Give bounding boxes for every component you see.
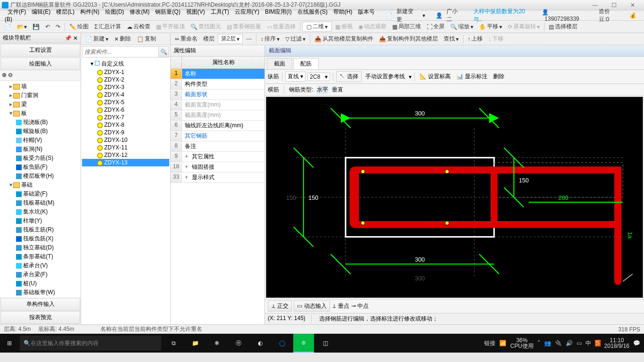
menu-item[interactable]: BIM应用(I) [265,8,292,15]
section-tab[interactable]: 截面 [267,58,292,69]
tree-item[interactable]: ▾ 板 [1,109,80,118]
nav-tool-1[interactable]: ⊕ [2,72,7,78]
comp-item[interactable]: ZDYX-1 [82,68,169,76]
phone-label[interactable]: 👤 13907298339 [542,9,589,22]
tree-item[interactable]: 筏板基础(M) [1,198,80,207]
nav-tree[interactable]: ▸ 墙▸ 门窗洞▸ 梁▾ 板 现浇板(B) 螺旋板(B) 柱帽(V) 板洞(N)… [0,81,81,297]
task-view-icon[interactable]: ⧉ [163,334,184,353]
section-canvas[interactable]: 300 [266,97,643,298]
menu-item[interactable]: 在线服务(S) [297,8,328,15]
menu-item[interactable]: 钢筋量(Q) [155,8,180,15]
prop-row[interactable]: 9+ 其它属性 [171,152,264,162]
tree-item[interactable]: 柱帽(V) [1,136,80,145]
component-tree[interactable]: ▾ 自定义线ZDYX-1ZDYX-2ZDYX-3ZDYX-4ZDYX-5ZDYX… [81,58,170,324]
find-graph-button[interactable]: 🔍 查找图元 [188,22,223,32]
line-type-select[interactable]: 直线 ▾ [285,72,305,82]
tree-item[interactable]: 桩(U) [1,279,80,288]
fullscreen-button[interactable]: ⛶ 全屏 [424,22,447,32]
copy-to-button[interactable]: 📤复制构件到其他楼层 [377,34,440,44]
view-steel-button[interactable]: ▤ 查看钢筋量 [224,22,264,32]
manual-ref-button[interactable]: 手动设置参考线 [363,72,407,82]
pan-button[interactable]: ✋ 平移 ▾ [477,22,504,32]
prop-row[interactable]: 18+ 锚固搭接 [171,162,264,173]
comp-item[interactable]: ZDYX-13 [82,159,169,166]
menu-item[interactable]: 帮助(H) [333,8,353,15]
tray-link[interactable]: 链接 [484,339,495,347]
open-icon[interactable]: 📂▾ [15,23,29,31]
tray-signal-icon[interactable]: 📶 [499,340,506,346]
tree-item[interactable]: ▾ 基础 [1,181,80,189]
tree-item[interactable]: 板负筋(F) [1,163,80,172]
vt-button[interactable]: 垂直 [332,86,343,94]
show-annot-button[interactable]: 📊 显示标注 [454,72,489,82]
new-comp-button[interactable]: 📄新建 ▾ [83,34,111,44]
delete-rebar-button[interactable]: 删除 [491,72,506,82]
tree-item[interactable]: 条形基础(T) [1,252,80,261]
task-edge-icon[interactable]: ⓔ [228,334,249,353]
dynview-button[interactable]: ◉ 动态观察 [356,22,389,32]
menu-item[interactable]: 工具(T) [211,8,229,15]
menu-item[interactable]: 构件(N) [80,8,99,15]
tree-item[interactable]: 柱墩(Y) [1,216,80,225]
copy-comp-button[interactable]: 📋复制 [134,34,158,44]
prop-row[interactable]: 4截面宽度(mm) [171,100,264,110]
comp-root[interactable]: ▾ 自定义线 [82,59,169,68]
task-app5-icon[interactable]: ◫ [315,334,336,353]
tree-item[interactable]: 筏板负筋(X) [1,234,80,243]
task-app2-icon[interactable]: ◐ [250,334,271,353]
redo-icon[interactable]: ↷ [53,23,63,31]
zoom-button[interactable]: 🔍 缩放 ▾ [448,22,476,32]
cloud-check-button[interactable]: ☁ 云检查 [124,22,153,32]
tree-item[interactable]: 桩承台(V) [1,261,80,270]
tree-item[interactable]: ▸ 门窗洞 [1,91,80,100]
tree-item[interactable]: 独立基础(D) [1,243,80,252]
sumcalc-button[interactable]: Σ 汇总计算 [92,22,124,32]
task-app4-icon[interactable]: ⊕ [293,334,314,353]
menu-item[interactable]: 修改(M) [130,8,149,15]
prop-row[interactable]: 5截面高度(mm) [171,110,264,121]
select-button[interactable]: ↖ 选择 [336,71,361,82]
start-button[interactable]: ⊞ [0,334,19,353]
nav-tool-2[interactable]: ⊖ [8,72,13,78]
tray-people-icon[interactable]: 👥 [544,340,551,346]
copy-from-button[interactable]: 📥从其他楼层复制构件 [312,34,376,44]
tree-item[interactable]: ▸ 梁 [1,100,80,109]
menu-item[interactable]: 文件(F) [8,8,26,15]
mid-button[interactable]: ⊸ 中点 [351,302,369,310]
section-tab[interactable]: 配筋 [293,58,319,69]
tree-item[interactable]: 集水坑(K) [1,207,80,216]
comp-item[interactable]: ZDYX-2 [82,76,169,83]
tray-ime2-icon[interactable]: 中 [586,339,591,347]
ortho-button[interactable]: ⊥ 正交 [268,301,292,312]
comp-item[interactable]: ZDYX-8 [82,121,169,129]
floor-select[interactable]: 第2层 ▾ [218,34,243,44]
down-button[interactable]: ↓下移 [486,34,506,44]
tree-item[interactable]: ▸ 墙 [1,82,80,91]
tab-report-preview[interactable]: 报表预览 [0,311,80,324]
up-button[interactable]: ↑上移 [465,34,485,44]
tree-item[interactable]: 承台梁(F) [1,270,80,279]
prop-row[interactable]: 33+ 显示样式 [171,173,264,183]
tree-item[interactable]: 楼层板带(H) [1,172,80,181]
prop-row[interactable]: 7其它钢筋 [171,131,264,141]
tab-unit-input[interactable]: 单构件输入 [0,298,80,311]
prop-row[interactable]: 8备注 [171,141,264,152]
draw-button[interactable]: ✏️绘图 [67,22,91,32]
prop-row[interactable]: 6轴线距左边线距离(mm) [171,121,264,131]
sort-button[interactable]: ↕排序 ▾ [258,34,282,44]
new-file-icon[interactable]: 📄 [2,23,14,31]
save-icon[interactable]: 💾 [30,23,42,31]
comp-item[interactable]: ZDYX-3 [82,83,169,91]
tip-text[interactable]: 大样中纵筋数量为20与.. [473,8,532,24]
tray-up-icon[interactable]: ˄ [537,340,540,346]
comp-item[interactable]: ZDYX-6 [82,106,169,114]
tab-project-settings[interactable]: 工程设置 [0,44,80,57]
tree-item[interactable]: 基础梁(F) [1,189,80,198]
sel-floor-button[interactable]: ▤ 选择楼层 [546,22,580,32]
tree-item[interactable]: 筏板主筋(R) [1,225,80,234]
local3d-button[interactable]: ▦ 局部三维 [390,22,423,32]
filter-button[interactable]: ▽过滤 ▾ [283,34,308,44]
prop-row[interactable]: 2构件类型 [171,79,264,90]
comp-item[interactable]: ZDYX-9 [82,129,169,136]
tray-vol-icon[interactable]: 🔊 [566,340,573,346]
